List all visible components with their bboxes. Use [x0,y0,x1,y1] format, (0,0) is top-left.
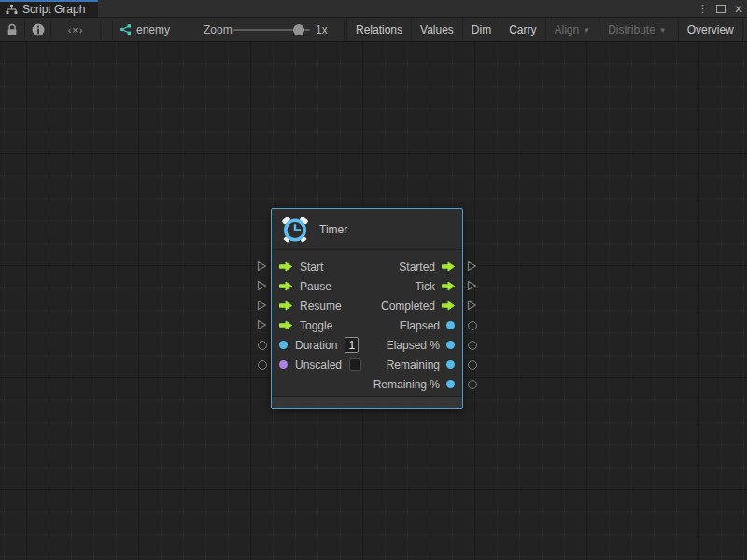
port-label: Unscaled [295,358,342,371]
toolbar-button-label: Align [555,23,580,36]
flow-port-arrow-icon[interactable] [279,301,292,311]
port-label: Started [399,260,435,273]
input-ports-column: StartPauseResumeToggleDuration1Unscaled [279,257,361,374]
toolbar-button-label: Carry [509,23,536,36]
tab-strip: Script Graph ⋮ ✕ [0,0,747,18]
external-flow-port-triangle[interactable] [257,300,267,311]
external-flow-port-triangle[interactable] [467,260,477,272]
zoom-slider[interactable] [233,18,310,41]
value-port-dot-icon[interactable] [446,360,455,369]
port-label: Start [300,260,323,273]
port-remaining[interactable]: Remaining [374,355,455,374]
external-value-port-circle[interactable] [257,359,267,370]
code-brackets-icon: ‹×› [68,24,84,35]
close-icon[interactable]: ✕ [734,4,743,15]
graph-canvas[interactable]: Timer StartPauseResumeToggleDuration1Uns… [0,42,747,560]
flow-port-arrow-icon[interactable] [279,320,292,330]
port-unscaled[interactable]: Unscaled [279,355,361,374]
port-pause[interactable]: Pause [279,276,361,296]
code-view-button[interactable]: ‹×› [51,18,100,41]
window-controls: ⋮ ✕ [698,0,743,18]
toolbar-separator [100,20,101,39]
external-value-port-circle[interactable] [257,340,267,350]
port-elapsed[interactable]: Elapsed [374,315,455,335]
value-port-dot-icon[interactable] [279,341,288,349]
port-label: Duration [295,339,337,352]
flow-port-arrow-icon[interactable] [279,281,292,291]
flow-port-arrow-icon[interactable] [442,281,455,291]
external-value-port-circle[interactable] [467,340,477,350]
toolbar-button-carry[interactable]: Carry [500,18,544,41]
port-tick[interactable]: Tick [374,276,455,296]
tab-script-graph[interactable]: Script Graph [0,0,98,17]
zoom-label: Zoom [204,18,233,41]
external-flow-port-triangle[interactable] [257,319,267,330]
port-completed[interactable]: Completed [374,296,455,315]
tab-title: Script Graph [22,3,85,16]
port-label: Tick [415,280,435,293]
port-label: Remaining [387,358,440,371]
port-started[interactable]: Started [374,257,455,276]
value-port-dot-icon[interactable] [446,380,455,388]
timer-clock-icon [280,215,310,245]
zoom-value: 1x [316,18,328,41]
port-toggle[interactable]: Toggle [279,315,361,335]
breadcrumb-label: enemy [136,23,170,36]
unscaled-checkbox[interactable] [349,358,361,371]
toolbar-button-label: Distribute [608,23,655,36]
port-label: Elapsed [400,319,440,332]
toolbar-separator [112,20,113,39]
port-label: Remaining % [374,378,440,391]
external-value-port-circle[interactable] [467,320,477,330]
timer-node[interactable]: Timer StartPauseResumeToggleDuration1Uns… [271,208,463,409]
external-flow-port-triangle[interactable] [467,280,477,291]
port-start[interactable]: Start [279,257,361,276]
zoom-slider-knob[interactable] [293,24,304,35]
port-label: Resume [300,300,342,313]
node-title: Timer [319,223,347,236]
port-label: Toggle [300,319,332,332]
toolbar-button-label: Overview [687,23,734,36]
toolbar-button-overview[interactable]: Overview [678,18,742,41]
port-label: Elapsed % [387,339,440,352]
toolbar-button-dim[interactable]: Dim [462,18,500,41]
toolbar-button-full-screen[interactable]: Full Screen [742,18,747,41]
value-port-dot-icon[interactable] [446,341,455,349]
value-port-dot-icon[interactable] [279,360,288,369]
toolbar-button-label: Dim [472,23,491,36]
toolbar-button-values[interactable]: Values [411,18,462,41]
flow-port-arrow-icon[interactable] [279,261,292,272]
flow-port-arrow-icon[interactable] [442,301,455,311]
graph-hierarchy-icon [6,5,18,15]
duration-value-field[interactable]: 1 [345,337,359,353]
port-duration[interactable]: Duration1 [279,335,361,355]
port-remaining-[interactable]: Remaining % [374,374,455,394]
port-elapsed-[interactable]: Elapsed % [374,335,455,355]
toolbar-button-label: Relations [356,23,402,36]
maximize-icon[interactable] [716,5,726,13]
external-value-port-circle[interactable] [467,359,477,370]
external-flow-port-triangle[interactable] [467,300,477,311]
port-label: Pause [300,280,331,293]
value-port-dot-icon[interactable] [446,321,455,329]
ports-area: StartPauseResumeToggleDuration1Unscaled … [272,251,462,396]
external-value-port-circle[interactable] [467,379,477,389]
window-menu-icon[interactable]: ⋮ [698,4,708,14]
toolbar-button-label: Values [420,23,454,36]
toolbar-buttons: RelationsValuesDimCarryAlign▼Distribute▼… [346,18,747,41]
lock-icon [7,23,18,36]
info-icon [32,23,45,36]
graph-node-icon [119,23,132,35]
dropdown-caret-icon: ▼ [659,26,667,35]
port-resume[interactable]: Resume [279,296,361,315]
info-button[interactable] [25,18,50,41]
flow-port-arrow-icon[interactable] [442,261,455,272]
external-flow-port-triangle[interactable] [257,260,267,272]
lock-button[interactable] [0,18,24,41]
breadcrumb[interactable]: enemy [119,18,170,41]
timer-node-header[interactable]: Timer [272,209,462,250]
toolbar-separator [344,20,345,39]
external-flow-port-triangle[interactable] [257,280,267,291]
node-footer [272,396,462,408]
toolbar-button-relations[interactable]: Relations [346,18,411,41]
